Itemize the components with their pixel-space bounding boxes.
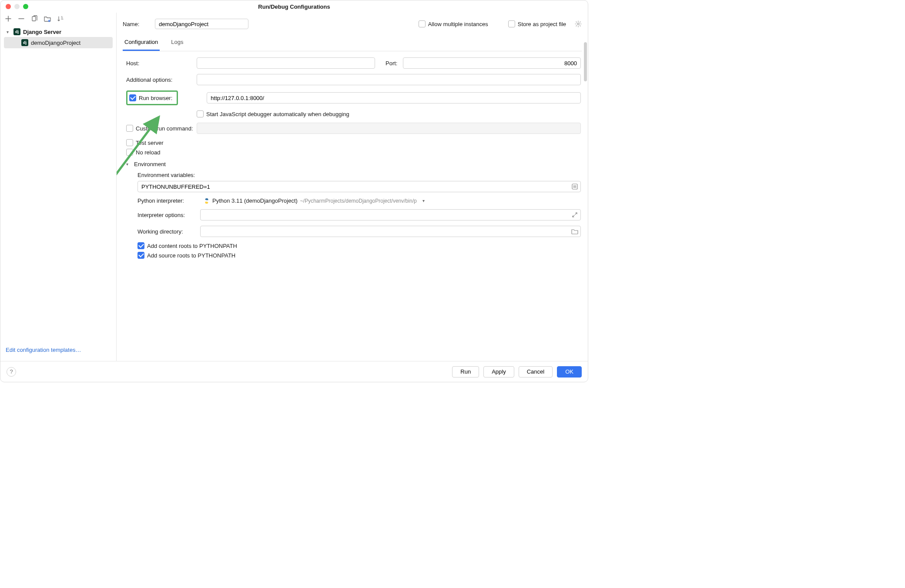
config-tree: ▾ dj Django Server dj demoDjangoProject [0, 26, 116, 343]
test-server-label: Test server [136, 140, 164, 146]
tab-configuration[interactable]: Configuration [123, 35, 160, 51]
ok-button[interactable]: OK [557, 366, 582, 378]
additional-options-label: Additional options: [126, 77, 191, 83]
cancel-button[interactable]: Cancel [519, 366, 553, 378]
folder-icon[interactable] [571, 228, 578, 235]
chevron-down-icon: ▾ [422, 198, 425, 203]
interpreter-options-input[interactable] [200, 209, 581, 220]
tree-item-demo-django-project[interactable]: dj demoDjangoProject [4, 37, 113, 48]
interpreter-path: ~/PycharmProjects/demoDjangoProject/venv… [300, 198, 417, 204]
environment-section-header[interactable]: ▾ Environment [126, 161, 581, 167]
tree-item-label: demoDjangoProject [31, 40, 80, 46]
footer: ? Run Apply Cancel OK [0, 361, 588, 382]
chevron-down-icon: ▾ [7, 30, 11, 34]
custom-run-command-input [197, 123, 581, 134]
additional-options-input[interactable] [197, 74, 581, 85]
allow-multiple-label: Allow multiple instances [428, 21, 488, 27]
tree-group-django-server[interactable]: ▾ dj Django Server [4, 27, 113, 37]
run-browser-highlight: Run browser: [126, 90, 178, 105]
allow-multiple-checkbox[interactable]: Allow multiple instances [419, 20, 488, 27]
django-icon: dj [21, 39, 28, 46]
list-icon[interactable] [571, 183, 578, 190]
copy-icon[interactable] [31, 15, 38, 22]
edit-configuration-templates-link[interactable]: Edit configuration templates… [0, 343, 116, 361]
custom-run-command-label: Custom run command: [136, 125, 193, 132]
host-input[interactable] [197, 57, 375, 69]
name-input[interactable] [155, 19, 248, 29]
working-dir-label: Working directory: [137, 228, 196, 235]
working-dir-input[interactable] [200, 226, 581, 237]
apply-button[interactable]: Apply [483, 366, 514, 378]
django-icon: dj [13, 28, 20, 35]
scrollbar-thumb[interactable] [584, 42, 587, 81]
window-title: Run/Debug Configurations [0, 3, 588, 10]
store-as-project-file-checkbox[interactable]: Store as project file [508, 20, 566, 27]
gear-icon[interactable] [575, 20, 582, 27]
svg-point-1 [577, 23, 579, 25]
environment-section-label: Environment [134, 161, 166, 167]
expand-icon[interactable] [571, 211, 578, 218]
run-browser-label: Run browser: [139, 95, 172, 101]
svg-rect-0 [32, 17, 36, 21]
host-label: Host: [126, 60, 191, 67]
run-browser-url-input[interactable] [207, 92, 581, 104]
sort-icon[interactable] [57, 15, 64, 22]
add-icon[interactable] [5, 15, 12, 22]
name-label: Name: [123, 21, 149, 27]
start-js-debugger-checkbox[interactable]: Start JavaScript debugger automatically … [197, 110, 349, 117]
folder-add-icon[interactable] [44, 15, 51, 22]
add-source-roots-label: Add source roots to PYTHONPATH [147, 252, 235, 259]
interpreter-select[interactable]: Python 3.11 (demoDjangoProject) ~/Pychar… [200, 197, 427, 204]
sidebar: ▾ dj Django Server dj demoDjangoProject … [0, 13, 117, 361]
no-reload-label: No reload [136, 149, 160, 156]
add-source-roots-checkbox[interactable]: Add source roots to PYTHONPATH [137, 252, 235, 259]
custom-run-command-checkbox[interactable]: Custom run command: [126, 125, 191, 132]
add-content-roots-checkbox[interactable]: Add content roots to PYTHONPATH [137, 242, 237, 249]
no-reload-checkbox[interactable]: No reload [126, 149, 160, 156]
interpreter-options-label: Interpreter options: [137, 212, 196, 218]
port-label: Port: [380, 60, 398, 67]
run-button[interactable]: Run [452, 366, 479, 378]
titlebar: Run/Debug Configurations [0, 0, 588, 13]
run-browser-checkbox[interactable] [129, 94, 136, 101]
sidebar-toolbar [0, 13, 116, 26]
main-panel: Name: Allow multiple instances Store as … [117, 13, 588, 361]
tabs: Configuration Logs [123, 35, 582, 51]
python-icon [204, 198, 210, 204]
store-as-project-file-label: Store as project file [518, 21, 566, 27]
env-vars-input[interactable] [137, 181, 581, 192]
interpreter-label: Python interpreter: [137, 197, 196, 204]
help-button[interactable]: ? [7, 367, 16, 377]
chevron-down-icon: ▾ [126, 162, 131, 167]
tab-logs[interactable]: Logs [169, 35, 185, 51]
tree-group-label: Django Server [23, 29, 61, 35]
port-input[interactable] [403, 57, 581, 69]
test-server-checkbox[interactable]: Test server [126, 139, 164, 146]
add-content-roots-label: Add content roots to PYTHONPATH [147, 243, 237, 249]
remove-icon[interactable] [18, 15, 25, 22]
env-vars-label: Environment variables: [137, 172, 581, 178]
interpreter-name: Python 3.11 (demoDjangoProject) [212, 197, 298, 204]
start-js-debugger-label: Start JavaScript debugger automatically … [206, 111, 349, 117]
